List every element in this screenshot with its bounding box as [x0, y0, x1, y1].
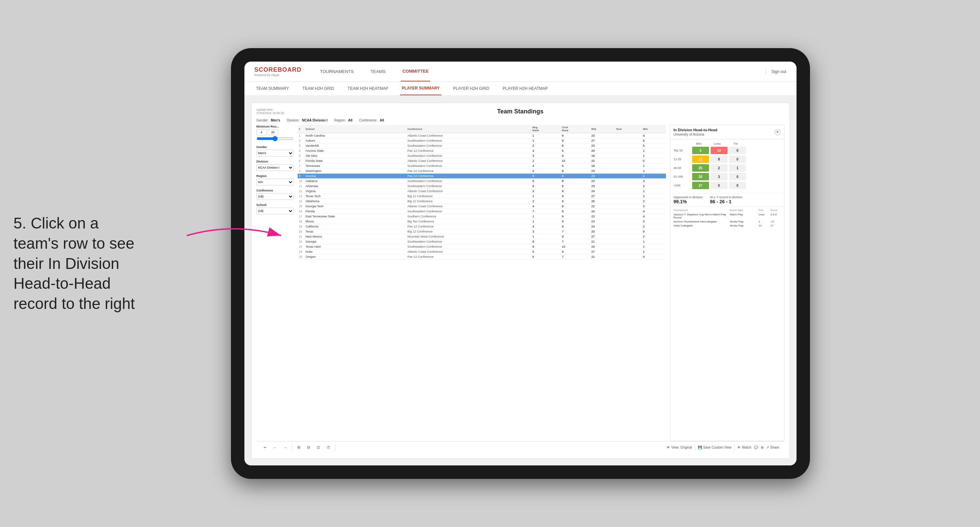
table-row[interactable]: 4 Arizona State Pac-12 Conference 4 6 26…: [298, 148, 666, 154]
zoom-reset-button[interactable]: ⊡: [315, 444, 322, 450]
h2h-tournaments: Tournament Event Type Pos Score Jackson …: [670, 206, 784, 230]
table-row[interactable]: 8 Washington Pac-12 Conference 2 8 23 1: [298, 168, 666, 174]
table-row[interactable]: 14 Oklahoma Big 12 Conference 2 9 26 2: [298, 199, 666, 204]
school-select[interactable]: (All): [256, 208, 294, 214]
filters-column: Minimum Rou... Gender Men's: [256, 125, 294, 441]
cell-rds: 23: [590, 184, 614, 189]
cell-win: 1: [642, 154, 666, 159]
sub-nav-player-h2h-heatmap[interactable]: PLAYER H2H HEATMAP: [501, 82, 549, 95]
col-rds: Rds: [590, 125, 614, 133]
cell-rank: 23: [298, 244, 304, 249]
zoom-in-button[interactable]: ⊞: [295, 444, 302, 450]
table-row[interactable]: 18 Illinois Big Ten Conference 1 9 23 3: [298, 219, 666, 224]
cell-rank: 17: [298, 214, 304, 219]
table-row[interactable]: 5 Ole Miss Southeastern Conference 3 6 1…: [298, 154, 666, 159]
watch-button[interactable]: 👁 Watch: [737, 446, 751, 449]
cell-rds: 23: [590, 133, 614, 138]
cell-rank: 1: [298, 133, 304, 138]
cell-tour: [615, 189, 642, 194]
grid-button[interactable]: ⊞: [761, 446, 764, 449]
region-select[interactable]: N/A: [256, 179, 294, 186]
nav-tournaments[interactable]: TOURNAMENTS: [318, 62, 355, 81]
table-row[interactable]: 25 Oregon Pac-12 Conference 5 7 21 0: [298, 254, 666, 259]
table-row[interactable]: 23 Texas A&M Southeastern Conference 9 1…: [298, 244, 666, 249]
h2h-2650-tie: 1: [729, 164, 746, 171]
timer-button[interactable]: ⏱: [325, 445, 332, 450]
conference-select[interactable]: (All): [256, 193, 294, 200]
undo-button[interactable]: ↩: [262, 444, 269, 450]
table-row[interactable]: 9 Arizona Pac-12 Conference 5 8 23 3: [298, 174, 666, 179]
cell-win: 1: [642, 239, 666, 244]
h2h-tour-header: Tournament Event Type Pos Score: [674, 209, 781, 212]
cell-tour: [615, 133, 642, 138]
save-icon: 💾: [698, 446, 702, 449]
h2h-wlt-stat: W-L-T record in-division: 86 - 26 - 1: [710, 195, 743, 204]
sub-nav-team-summary[interactable]: TEAM SUMMARY: [255, 82, 291, 95]
sub-nav-player-h2h-grid[interactable]: PLAYER H2H GRID: [452, 82, 491, 95]
back-button[interactable]: ←: [271, 445, 279, 450]
cell-rds: 27: [590, 138, 614, 143]
cell-reg-rank: 1: [531, 214, 560, 219]
h2h-grid-header: Win Loss Tie: [674, 142, 781, 145]
comment-button[interactable]: 💬: [754, 446, 758, 449]
cell-rds: 21: [590, 254, 614, 259]
cell-school: Vanderbilt: [304, 143, 406, 148]
table-row[interactable]: 6 Florida State Atlantic Coast Conferenc…: [298, 159, 666, 163]
table-row[interactable]: 15 Georgia Tech Atlantic Coast Conferenc…: [298, 204, 666, 209]
cell-school: Illinois: [304, 219, 406, 224]
table-row[interactable]: 2 Auburn Southeastern Conference 1 9 27 …: [298, 138, 666, 143]
cell-rank: 19: [298, 224, 304, 229]
table-row[interactable]: 19 California Pac-12 Conference 4 8 24 2: [298, 224, 666, 229]
table-row[interactable]: 12 Virginia Atlantic Coast Conference 3 …: [298, 189, 666, 194]
table-row[interactable]: 22 Georgia Southeastern Conference 8 7 2…: [298, 239, 666, 244]
zoom-out-button[interactable]: ⊟: [305, 444, 312, 450]
table-row[interactable]: 13 Texas Tech Big 12 Conference 1 9 27 2: [298, 194, 666, 199]
table-row[interactable]: 20 Texas Big 12 Conference 3 7 20 0: [298, 229, 666, 234]
cell-rank: 12: [298, 189, 304, 194]
table-row[interactable]: 17 East Tennessee State Southern Confere…: [298, 214, 666, 219]
cell-conf-rank: 6: [560, 148, 590, 154]
toolbar-sep-4: [734, 444, 735, 451]
h2h-opponents-stat: Opponents in division: 99.1%: [674, 195, 703, 204]
save-custom-view-button[interactable]: 💾 Save Custom View: [698, 446, 732, 449]
h2h-close-button[interactable]: ✕: [775, 129, 781, 135]
cell-rank: 9: [298, 174, 304, 179]
cell-conf-rank: 9: [560, 133, 590, 138]
min-rounds-input-high[interactable]: [268, 129, 278, 135]
cell-school: Alabama: [304, 179, 406, 184]
table-row[interactable]: 24 Duke Atlantic Coast Conference 5 9 27…: [298, 249, 666, 254]
table-row[interactable]: 1 North Carolina Atlantic Coast Conferen…: [298, 133, 666, 138]
cell-rds: 22: [590, 204, 614, 209]
cell-rank: 25: [298, 254, 304, 259]
sub-nav-team-h2h-grid[interactable]: TEAM H2H GRID: [301, 82, 336, 95]
share-button[interactable]: ↗ Share: [766, 446, 780, 449]
table-row[interactable]: 16 Florida Southeastern Conference 7 9 2…: [298, 209, 666, 214]
nav-committee[interactable]: COMMITTEE: [401, 62, 430, 81]
view-original-button[interactable]: 👁 View: Original: [667, 446, 692, 449]
cell-tour: [615, 204, 642, 209]
forward-button[interactable]: →: [282, 445, 290, 450]
col-win: Win: [642, 125, 666, 133]
cell-win: 5: [642, 143, 666, 148]
table-row[interactable]: 21 New Mexico Mountain West Conference 1…: [298, 234, 666, 239]
sub-nav-team-h2h-heatmap[interactable]: TEAM H2H HEATMAP: [346, 82, 390, 95]
min-rounds-slider[interactable]: [256, 136, 294, 141]
cell-school: Arizona: [304, 174, 406, 179]
sign-out-button[interactable]: Sign out: [766, 69, 786, 74]
division-select[interactable]: NCAA Division I NCAA Division II NCAA Di…: [256, 164, 294, 171]
share-icon: ↗: [766, 446, 769, 449]
nav-teams[interactable]: TEAMS: [369, 62, 388, 81]
cell-win: 1: [642, 189, 666, 194]
cell-conference: Southeastern Conference: [406, 179, 531, 184]
gender-select[interactable]: Men's Women's: [256, 150, 294, 157]
cell-school: Georgia: [304, 239, 406, 244]
table-row[interactable]: 11 Arkansas Southeastern Conference 6 8 …: [298, 184, 666, 189]
comment-icon: 💬: [754, 446, 758, 449]
cell-school: East Tennessee State: [304, 214, 406, 219]
cell-win: 1: [642, 249, 666, 254]
table-row[interactable]: 10 Alabama Southeastern Conference 5 8 2…: [298, 179, 666, 184]
min-rounds-input-low[interactable]: [256, 129, 267, 135]
table-row[interactable]: 7 Tennessee Southeastern Conference 4 6 …: [298, 163, 666, 168]
sub-nav-player-summary[interactable]: PLAYER SUMMARY: [400, 82, 441, 95]
table-row[interactable]: 3 Vanderbilt Southeastern Conference 2 8…: [298, 143, 666, 148]
